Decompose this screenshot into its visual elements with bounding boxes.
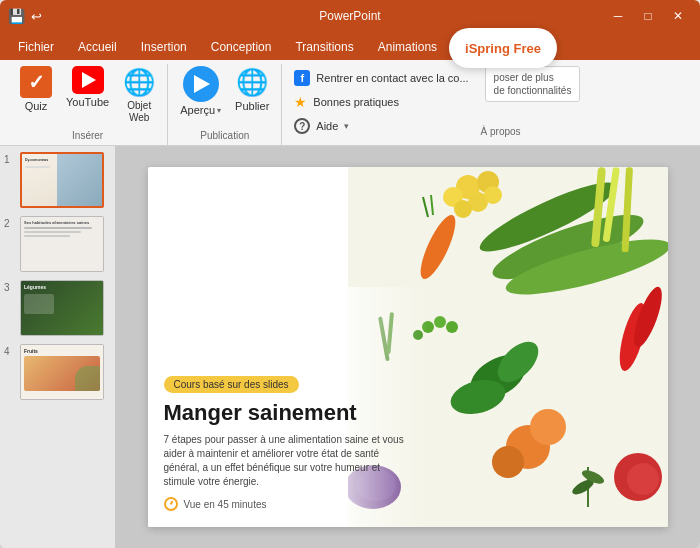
slide-img-3: Légumes [20,280,104,336]
minimize-button[interactable]: ─ [604,4,632,28]
tab-transitions[interactable]: Transitions [283,34,365,60]
publier-button[interactable]: 🌐 Publier [231,64,273,115]
clock-icon [164,497,178,511]
ribbon-group-inserer: ✓ Quiz YouTube 🌐 Objet Web Insérer [8,64,168,145]
apropos-links: f Rentrer en contact avec la co... ★ Bon… [290,64,472,136]
quiz-label: Quiz [25,100,48,113]
title-bar-left: 💾 ↩ [8,8,42,24]
slide-title: Manger sainement [164,401,412,425]
slide-thumb-3[interactable]: 3 Légumes [4,280,111,336]
slide-num-2: 2 [4,216,16,229]
publier-label: Publier [235,100,269,113]
slide-img-2: Ses habitudes alimentaires saines [20,216,104,272]
bonnes-pratiques-link[interactable]: ★ Bonnes pratiques [290,92,472,112]
close-button[interactable]: ✕ [664,4,692,28]
publier-wrapper: 🌐 Publier [231,64,273,115]
slide-num-3: 3 [4,280,16,293]
slide-num-4: 4 [4,344,16,357]
slide-content: Cours basé sur des slides Manger saineme… [148,167,668,527]
title-bar: 💾 ↩ PowerPoint ─ □ ✕ [0,0,700,32]
time-label: Vue en 45 minutes [184,499,267,510]
tab-insertion[interactable]: Insertion [129,34,199,60]
slide-badge: Cours basé sur des slides [164,376,299,393]
svg-point-17 [446,321,458,333]
ribbon-group-publication: Aperçu ▾ 🌐 Publier Publication [168,64,282,145]
maximize-button[interactable]: □ [634,4,662,28]
quiz-button[interactable]: ✓ Quiz [16,64,56,115]
main-content: 1 Dy.comunews 2 Ses habitudes alimentair… [0,146,700,548]
slide-time: Vue en 45 minutes [164,497,412,511]
ribbon: ✓ Quiz YouTube 🌐 Objet Web Insérer [0,60,700,146]
ribbon-group-items-inserer: ✓ Quiz YouTube 🌐 Objet Web [16,64,159,126]
tab-conception[interactable]: Conception [199,34,284,60]
apropos-more: poser de plus de fonctionnalités À propo… [481,64,585,141]
svg-point-16 [434,316,446,328]
tab-fichier[interactable]: Fichier [6,34,66,60]
publier-icon: 🌐 [236,66,268,98]
svg-point-5 [530,409,566,445]
slide-img-4: Fruits [20,344,104,400]
publication-label: Publication [176,128,273,141]
undo-icon[interactable]: ↩ [31,9,42,24]
more-features-box: poser de plus de fonctionnalités [485,66,581,102]
svg-point-8 [627,463,659,495]
svg-point-14 [484,186,502,204]
slide-thumb-4[interactable]: 4 Fruits [4,344,111,400]
svg-point-13 [454,200,472,218]
quiz-icon: ✓ [20,66,52,98]
ribbon-group-apropos: f Rentrer en contact avec la co... ★ Bon… [282,64,592,145]
slide-num-1: 1 [4,152,16,165]
youtube-icon [72,66,104,94]
inserer-label: Insérer [16,128,159,141]
tab-ispring[interactable]: iSpring Free [449,28,557,68]
objet-web-icon: 🌐 [123,66,155,98]
slide-view: Cours basé sur des slides Manger saineme… [115,146,700,548]
objet-web-label: Objet Web [127,100,151,124]
slide-panel[interactable]: 1 Dy.comunews 2 Ses habitudes alimentair… [0,146,115,548]
contact-link[interactable]: f Rentrer en contact avec la co... [290,68,472,88]
svg-point-6 [492,446,524,478]
window-title: PowerPoint [319,9,380,23]
youtube-label: YouTube [66,96,109,109]
app-window: 💾 ↩ PowerPoint ─ □ ✕ Fichier Accueil Ins… [0,0,700,548]
aide-link[interactable]: ? Aide ▾ [290,116,472,136]
youtube-button[interactable]: YouTube [62,64,113,111]
facebook-icon: f [294,70,310,86]
apercu-label: Aperçu [180,104,215,117]
help-icon: ? [294,118,310,134]
star-icon: ★ [294,94,307,110]
title-bar-controls: ─ □ ✕ [604,4,692,28]
ribbon-group-items-publication: Aperçu ▾ 🌐 Publier [176,64,273,126]
ribbon-tabs: Fichier Accueil Insertion Conception Tra… [0,32,700,60]
save-icon[interactable]: 💾 [8,8,25,24]
aide-arrow: ▾ [344,121,349,131]
slide-thumb-1[interactable]: 1 Dy.comunews [4,152,111,208]
slide-description: 7 étapes pour passer à une alimentation … [164,433,412,489]
tab-accueil[interactable]: Accueil [66,34,129,60]
apercu-button[interactable]: Aperçu ▾ [176,64,225,119]
apropos-label: À propos [481,124,585,141]
main-slide: Cours basé sur des slides Manger saineme… [148,167,668,527]
tab-animations[interactable]: Animations [366,34,449,60]
apercu-arrow-icon: ▾ [217,106,221,115]
slide-img-1: Dy.comunews [20,152,104,208]
objet-web-button[interactable]: 🌐 Objet Web [119,64,159,126]
slide-thumb-2[interactable]: 2 Ses habitudes alimentaires saines [4,216,111,272]
slide-text-area: Cours basé sur des slides Manger saineme… [148,287,428,527]
apercu-icon [183,66,219,102]
